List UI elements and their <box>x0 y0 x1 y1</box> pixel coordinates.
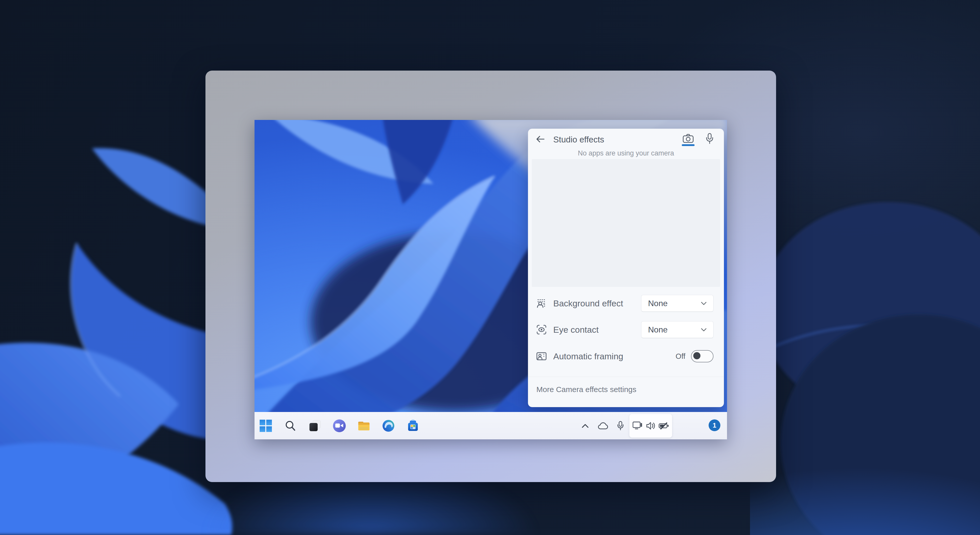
back-button[interactable] <box>534 133 547 145</box>
windows-logo-icon <box>259 420 272 432</box>
taskbar-app-icons <box>259 412 420 439</box>
search-button[interactable] <box>283 418 298 433</box>
presentation-card: Studio effects No apps <box>205 70 776 482</box>
tray-chevron-button[interactable] <box>579 420 591 432</box>
toggle-state-label: Off <box>676 352 686 361</box>
task-view-button[interactable] <box>308 418 322 433</box>
microphone-icon <box>617 421 624 431</box>
dropdown-value: None <box>648 299 668 308</box>
desktop-scene: Studio effects No apps <box>0 0 980 535</box>
background-effect-dropdown[interactable]: None <box>641 295 713 312</box>
edge-button[interactable] <box>381 418 396 433</box>
camera-status-text: No apps are using your camera <box>528 149 724 157</box>
selected-tab-indicator <box>682 144 695 146</box>
battery-pen-icon <box>659 422 669 430</box>
teams-chat-icon <box>333 419 346 432</box>
automatic-framing-toggle[interactable] <box>691 350 713 363</box>
edge-icon <box>382 419 395 432</box>
panel-title: Studio effects <box>553 134 604 145</box>
teams-chat-button[interactable] <box>332 418 347 433</box>
tray-microphone-button[interactable] <box>614 420 627 432</box>
windows-desktop-screenshot: Studio effects No apps <box>255 120 727 439</box>
notification-badge[interactable]: 1 <box>709 419 721 431</box>
tab-microphone[interactable] <box>703 131 717 146</box>
quick-settings-button[interactable] <box>629 414 672 438</box>
onedrive-cloud-icon <box>597 422 609 430</box>
bloom-petals-right <box>750 200 980 535</box>
search-icon <box>285 420 296 432</box>
onedrive-button[interactable] <box>597 420 609 432</box>
microsoft-store-icon <box>407 420 419 432</box>
taskbar: 1 <box>255 412 727 439</box>
file-explorer-icon <box>358 420 370 431</box>
file-explorer-button[interactable] <box>357 418 371 433</box>
row-eye-contact: Eye contact None <box>536 317 724 342</box>
tab-camera[interactable] <box>681 131 695 146</box>
row-label: Eye contact <box>553 325 599 335</box>
display-pen-icon <box>632 421 643 431</box>
chevron-down-icon <box>701 302 706 305</box>
row-label: Automatic framing <box>553 351 623 361</box>
row-background-effect: Background effect None <box>536 291 724 316</box>
row-label: Background effect <box>553 299 623 308</box>
camera-icon <box>682 134 694 144</box>
microphone-icon <box>706 133 713 144</box>
studio-effects-flyout: Studio effects No apps <box>528 129 724 407</box>
back-arrow-icon <box>535 135 545 143</box>
background-effect-icon <box>536 298 547 309</box>
dropdown-value: None <box>648 325 668 334</box>
eye-contact-dropdown[interactable]: None <box>641 321 713 338</box>
panel-footer: More Camera effects settings <box>528 377 724 407</box>
chevron-down-icon <box>701 328 706 331</box>
camera-preview-area <box>532 159 720 287</box>
row-automatic-framing: Automatic framing Off <box>536 343 724 369</box>
toggle-knob <box>693 352 700 359</box>
volume-icon <box>646 422 656 430</box>
chevron-up-icon <box>581 423 589 428</box>
eye-contact-icon <box>536 324 547 335</box>
microsoft-store-button[interactable] <box>406 418 420 433</box>
notification-count: 1 <box>713 422 716 430</box>
start-button[interactable] <box>259 418 273 433</box>
more-camera-settings-link[interactable]: More Camera effects settings <box>536 385 636 394</box>
automatic-framing-icon <box>536 351 547 362</box>
